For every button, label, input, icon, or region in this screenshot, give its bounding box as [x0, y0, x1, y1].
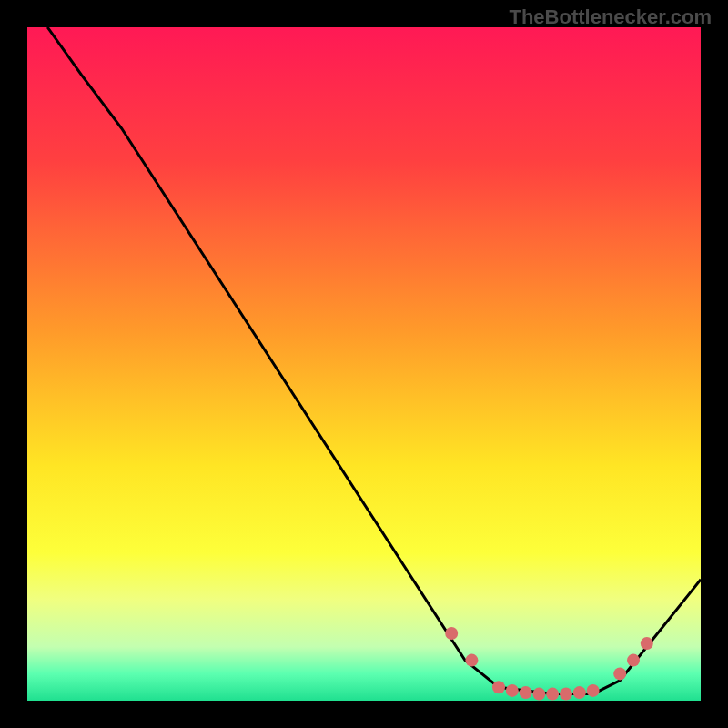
data-marker [465, 654, 478, 667]
data-marker [520, 686, 532, 699]
chart-curve-layer [27, 27, 701, 701]
data-marker [560, 688, 572, 701]
data-marker [641, 637, 653, 650]
data-marker [546, 688, 559, 701]
watermark-text: TheBottlenecker.com [509, 5, 712, 29]
data-marker [492, 681, 505, 693]
data-marker [506, 684, 519, 697]
data-marker [532, 688, 545, 701]
data-marker [587, 684, 600, 697]
main-curve [47, 27, 701, 694]
data-marker [627, 654, 640, 667]
data-marker [573, 686, 586, 699]
markers-group [445, 627, 653, 701]
plot-area [27, 27, 701, 701]
data-marker [613, 667, 626, 680]
data-marker [445, 627, 458, 640]
